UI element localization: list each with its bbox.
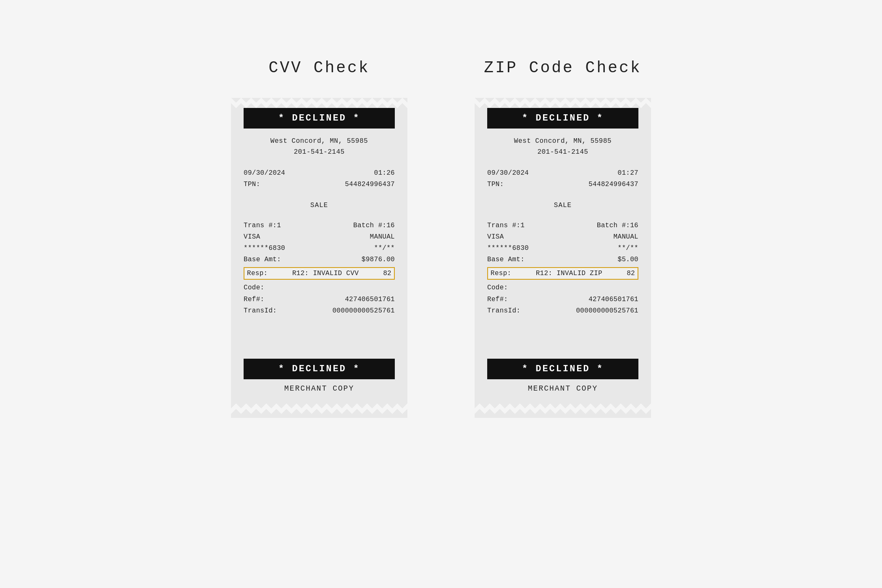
- cvv-header-bar: * DECLINED *: [244, 108, 395, 129]
- cvv-tpn-value: 544824996437: [345, 179, 395, 190]
- cvv-resp-label: Resp:: [247, 270, 268, 277]
- receipt-bottom-edge-cvv: [231, 404, 407, 414]
- cvv-transid-label: TransId:: [244, 305, 277, 317]
- zip-spacer2: [487, 191, 638, 197]
- zip-receipt: * DECLINED * West Concord, MN, 55985 201…: [475, 98, 651, 418]
- cvv-spacer3: [244, 213, 395, 220]
- zip-card-number: ******6830: [487, 243, 529, 254]
- zip-resp-label: Resp:: [491, 270, 512, 277]
- zip-trans-row: Trans #:1 Batch #:16: [487, 220, 638, 231]
- zip-entry-type: MANUAL: [614, 231, 638, 243]
- cvv-expiry: **/**: [374, 243, 395, 254]
- cvv-footer-bar: * DECLINED *: [244, 359, 395, 379]
- zip-ref-row: Ref#: 427406501761: [487, 294, 638, 305]
- cvv-code-row: Code:: [244, 282, 395, 294]
- cvv-card-row: VISA MANUAL: [244, 231, 395, 243]
- cvv-receipt: * DECLINED * West Concord, MN, 55985 201…: [231, 98, 407, 418]
- zip-bottom-section: Code: Ref#: 427406501761 TransId: 000000…: [487, 282, 638, 317]
- zip-code-row: Code:: [487, 282, 638, 294]
- cvv-title: CVV Check: [268, 59, 370, 77]
- cvv-baseamt-row: Base Amt: $9876.00: [244, 254, 395, 265]
- cvv-trans-label: Trans #:1: [244, 220, 281, 231]
- zip-address: West Concord, MN, 55985 201-541-2145: [487, 136, 638, 158]
- cvv-cardnum-row: ******6830 **/**: [244, 243, 395, 254]
- cvv-ref-label: Ref#:: [244, 294, 265, 305]
- cvv-address: West Concord, MN, 55985 201-541-2145: [244, 136, 395, 158]
- zip-resp-value: R12: INVALID ZIP: [536, 270, 602, 277]
- zip-address-line2: 201-541-2145: [487, 147, 638, 158]
- zip-merchant-copy: MERCHANT COPY: [487, 384, 638, 393]
- zip-ref-label: Ref#:: [487, 294, 508, 305]
- zip-address-line1: West Concord, MN, 55985: [487, 136, 638, 147]
- receipt-top-edge-zip: [475, 98, 651, 108]
- receipt-top-edge: [231, 98, 407, 108]
- cvv-sale-label: SALE: [244, 202, 395, 209]
- cvv-date: 09/30/2024: [244, 168, 285, 179]
- cvv-resp-value: R12: INVALID CVV: [292, 270, 359, 277]
- zip-spacer3: [487, 213, 638, 220]
- cvv-base-amt-value: $9876.00: [362, 254, 395, 265]
- cvv-resp-code: 82: [383, 270, 391, 277]
- zip-transid-value: 000000000525761: [576, 305, 638, 317]
- zip-transid-row: TransId: 000000000525761: [487, 305, 638, 317]
- zip-ref-value: 427406501761: [588, 294, 638, 305]
- zip-spacer1: [487, 162, 638, 168]
- receipts-row: CVV Check * DECLINED * West Concord, MN,…: [17, 59, 865, 418]
- zip-tpn-value: 544824996437: [588, 179, 638, 190]
- zip-cardnum-row: ******6830 **/**: [487, 243, 638, 254]
- zip-receipt-body: * DECLINED * West Concord, MN, 55985 201…: [475, 108, 651, 404]
- cvv-bottom-section: Code: Ref#: 427406501761 TransId: 000000…: [244, 282, 395, 317]
- cvv-ref-row: Ref#: 427406501761: [244, 294, 395, 305]
- zip-base-amt-label: Base Amt:: [487, 254, 525, 265]
- cvv-card-number: ******6830: [244, 243, 285, 254]
- cvv-card-type: VISA: [244, 231, 260, 243]
- zip-date-row: 09/30/2024 01:27: [487, 168, 638, 179]
- zip-code-label: Code:: [487, 282, 508, 294]
- cvv-resp-row: Resp: R12: INVALID CVV 82: [244, 267, 395, 280]
- cvv-address-line2: 201-541-2145: [244, 147, 395, 158]
- zip-tpn-label: TPN:: [487, 179, 504, 190]
- cvv-address-line1: West Concord, MN, 55985: [244, 136, 395, 147]
- cvv-entry-type: MANUAL: [370, 231, 395, 243]
- zip-time: 01:27: [617, 168, 638, 179]
- cvv-code-label: Code:: [244, 282, 265, 294]
- zip-section: ZIP Code Check * DECLINED * West Concord…: [475, 59, 651, 418]
- zip-expiry: **/**: [617, 243, 638, 254]
- cvv-spacer-bottom: [244, 317, 395, 350]
- zip-batch-label: Batch #:16: [597, 220, 638, 231]
- cvv-section: CVV Check * DECLINED * West Concord, MN,…: [231, 59, 407, 418]
- cvv-spacer2: [244, 191, 395, 197]
- zip-resp-code: 82: [627, 270, 635, 277]
- cvv-transid-value: 000000000525761: [332, 305, 395, 317]
- cvv-time: 01:26: [374, 168, 395, 179]
- cvv-batch-label: Batch #:16: [353, 220, 395, 231]
- zip-trans-label: Trans #:1: [487, 220, 525, 231]
- zip-tpn-row: TPN: 544824996437: [487, 179, 638, 190]
- cvv-date-row: 09/30/2024 01:26: [244, 168, 395, 179]
- zip-card-row: VISA MANUAL: [487, 231, 638, 243]
- zip-date: 09/30/2024: [487, 168, 529, 179]
- zip-title: ZIP Code Check: [484, 59, 641, 77]
- page-container: CVV Check * DECLINED * West Concord, MN,…: [17, 25, 865, 588]
- cvv-tpn-row: TPN: 544824996437: [244, 179, 395, 190]
- cvv-transid-row: TransId: 000000000525761: [244, 305, 395, 317]
- cvv-merchant-copy: MERCHANT COPY: [244, 384, 395, 393]
- zip-header-bar: * DECLINED *: [487, 108, 638, 129]
- receipt-bottom-edge-zip: [475, 404, 651, 414]
- zip-baseamt-row: Base Amt: $5.00: [487, 254, 638, 265]
- cvv-receipt-body: * DECLINED * West Concord, MN, 55985 201…: [231, 108, 407, 404]
- cvv-trans-row: Trans #:1 Batch #:16: [244, 220, 395, 231]
- cvv-ref-value: 427406501761: [345, 294, 395, 305]
- cvv-spacer1: [244, 162, 395, 168]
- zip-card-type: VISA: [487, 231, 504, 243]
- zip-transid-label: TransId:: [487, 305, 520, 317]
- zip-base-amt-value: $5.00: [617, 254, 638, 265]
- cvv-base-amt-label: Base Amt:: [244, 254, 281, 265]
- zip-spacer-bottom: [487, 317, 638, 350]
- zip-footer-bar: * DECLINED *: [487, 359, 638, 379]
- cvv-tpn-label: TPN:: [244, 179, 260, 190]
- zip-sale-label: SALE: [487, 202, 638, 209]
- zip-resp-row: Resp: R12: INVALID ZIP 82: [487, 267, 638, 280]
